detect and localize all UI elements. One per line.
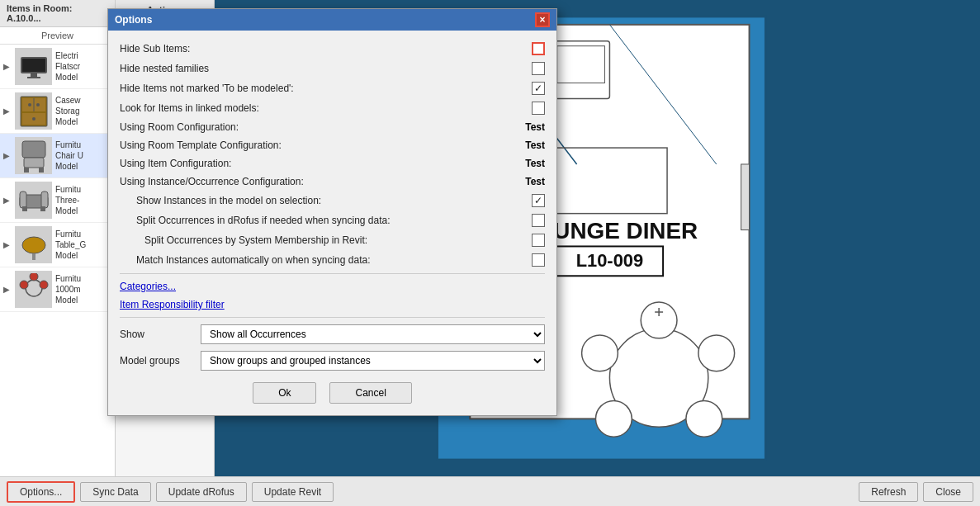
svg-point-45 bbox=[596, 400, 632, 437]
expand-arrow: ▶ bbox=[3, 106, 10, 116]
expand-arrow: ▶ bbox=[3, 62, 10, 71]
svg-rect-21 bbox=[32, 253, 36, 260]
show-instances-label: Show Instances in the model on selection… bbox=[136, 195, 525, 206]
linked-models-checkbox[interactable] bbox=[532, 102, 545, 115]
svg-rect-13 bbox=[24, 168, 29, 173]
hide-nested-checkbox[interactable] bbox=[532, 62, 545, 75]
dialog-title: Options bbox=[115, 14, 152, 26]
list-item[interactable]: ▶ FurnituTable_GModel bbox=[0, 223, 115, 267]
linked-models-row: Look for Items in linked models: bbox=[120, 98, 545, 118]
match-instances-row: Match Instances automatically on when sy… bbox=[120, 250, 545, 270]
svg-point-22 bbox=[26, 280, 42, 296]
room-template-value: Test bbox=[525, 140, 545, 151]
svg-point-10 bbox=[32, 117, 36, 121]
split-occurrences-label: Split Occurrences in dRofus if needed wh… bbox=[136, 215, 525, 226]
hide-nested-label: Hide nested families bbox=[120, 63, 525, 74]
svg-rect-3 bbox=[27, 77, 40, 78]
divider bbox=[120, 273, 545, 274]
update-revit-button[interactable]: Update Revit bbox=[252, 482, 334, 502]
room-template-label: Using Room Template Configuration: bbox=[120, 140, 518, 151]
item-text: ElectriFlatscrModel bbox=[55, 50, 80, 83]
match-instances-checkbox[interactable] bbox=[532, 253, 545, 267]
split-occurrences-row: Split Occurrences in dRofus if needed wh… bbox=[120, 210, 545, 230]
options-button[interactable]: Options... bbox=[7, 481, 75, 503]
show-select[interactable]: Show all Occurrences Show selected Show … bbox=[201, 324, 545, 344]
item-text: FurnituTable_GModel bbox=[55, 229, 86, 261]
hide-nested-row: Hide nested families bbox=[120, 59, 545, 78]
instance-config-row: Using Instance/Occurrence Configuration:… bbox=[120, 173, 545, 191]
sync-data-button[interactable]: Sync Data bbox=[80, 482, 150, 502]
panel-header: Items in Room: A.10.0... bbox=[0, 0, 115, 27]
svg-point-8 bbox=[28, 103, 31, 106]
refresh-button[interactable]: Refresh bbox=[859, 482, 918, 502]
list-item[interactable]: ▶ Furnitu1000mModel bbox=[0, 267, 115, 312]
expand-arrow: ▶ bbox=[3, 151, 10, 160]
list-item[interactable]: ▶ CasewStoragModel bbox=[0, 89, 115, 134]
item-icon-sofa bbox=[15, 182, 52, 219]
list-item[interactable]: ▶ FurnituThree-Model bbox=[0, 178, 115, 223]
hide-sub-items-checkbox[interactable] bbox=[532, 42, 545, 55]
svg-point-23 bbox=[30, 273, 38, 281]
svg-point-46 bbox=[582, 335, 618, 371]
divider2 bbox=[120, 317, 545, 318]
svg-rect-1 bbox=[22, 59, 45, 72]
split-system-checkbox[interactable] bbox=[532, 234, 545, 247]
categories-link[interactable]: Categories... bbox=[120, 281, 176, 292]
item-icon-cabinet bbox=[15, 92, 52, 130]
room-config-label: Using Room Configuration: bbox=[120, 121, 518, 133]
match-instances-label: Match Instances automatically on when sy… bbox=[136, 254, 525, 266]
item-config-value: Test bbox=[525, 158, 545, 169]
hide-sub-items-label: Hide Sub Items: bbox=[120, 43, 525, 54]
svg-rect-12 bbox=[24, 158, 44, 168]
instance-config-label: Using Instance/Occurrence Configuration: bbox=[120, 176, 518, 187]
split-occurrences-checkbox[interactable] bbox=[532, 214, 545, 227]
svg-point-24 bbox=[40, 281, 48, 289]
item-text: FurnituThree-Model bbox=[55, 184, 81, 216]
hide-not-modeled-checkbox[interactable] bbox=[532, 82, 545, 95]
close-button[interactable]: Close bbox=[923, 482, 973, 502]
item-icon-chair bbox=[15, 137, 52, 174]
list-item[interactable]: ▶ FurnituChair UModel bbox=[0, 134, 115, 178]
dialog-titlebar: Options × bbox=[108, 9, 556, 31]
linked-models-label: Look for Items in linked models: bbox=[120, 102, 525, 114]
item-text: Furnitu1000mModel bbox=[55, 273, 81, 305]
update-drofus-button[interactable]: Update dRofus bbox=[156, 482, 247, 502]
svg-rect-47 bbox=[741, 164, 750, 230]
expand-arrow: ▶ bbox=[3, 285, 10, 294]
model-groups-select[interactable]: Show groups and grouped instances Show g… bbox=[201, 351, 545, 371]
svg-rect-14 bbox=[39, 168, 44, 173]
list-item[interactable]: ▶ ElectriFlatscrModel bbox=[0, 45, 115, 89]
show-row: Show Show all Occurrences Show selected … bbox=[120, 321, 545, 348]
dialog-close-button[interactable]: × bbox=[535, 12, 550, 27]
options-dialog: Options × Hide Sub Items: Hide nested fa… bbox=[107, 8, 557, 416]
ok-button[interactable]: Ok bbox=[253, 382, 316, 404]
svg-point-20 bbox=[22, 237, 45, 253]
item-icon-dining bbox=[15, 271, 52, 308]
model-groups-label: Model groups bbox=[120, 355, 194, 366]
svg-point-44 bbox=[686, 400, 722, 437]
item-icon-tv bbox=[15, 48, 52, 85]
item-config-row: Using Item Configuration: Test bbox=[120, 154, 545, 173]
svg-rect-18 bbox=[22, 206, 27, 211]
responsibility-link[interactable]: Item Responsibility filter bbox=[120, 299, 225, 310]
cancel-button[interactable]: Cancel bbox=[329, 382, 411, 404]
svg-point-43 bbox=[698, 335, 735, 371]
show-instances-checkbox[interactable] bbox=[532, 194, 545, 207]
split-system-label: Split Occurrences by System Membership i… bbox=[144, 234, 525, 246]
room-config-value: Test bbox=[525, 121, 545, 133]
instance-config-value: Test bbox=[525, 176, 545, 187]
svg-point-42 bbox=[641, 302, 677, 338]
svg-rect-19 bbox=[40, 206, 45, 211]
expand-arrow: ▶ bbox=[3, 196, 10, 205]
hide-sub-items-row: Hide Sub Items: bbox=[120, 39, 545, 59]
room-template-row: Using Room Template Configuration: Test bbox=[120, 136, 545, 154]
preview-label: Preview bbox=[0, 27, 115, 45]
show-instances-row: Show Instances in the model on selection… bbox=[120, 191, 545, 210]
room-config-row: Using Room Configuration: Test bbox=[120, 118, 545, 136]
hide-not-modeled-row: Hide Items not marked 'To be modeled': bbox=[120, 78, 545, 98]
svg-rect-17 bbox=[41, 192, 48, 208]
svg-point-25 bbox=[20, 281, 28, 289]
item-text: CasewStoragModel bbox=[55, 95, 81, 127]
item-icon-table bbox=[15, 226, 52, 263]
dialog-body: Hide Sub Items: Hide nested families Hid… bbox=[108, 31, 556, 415]
